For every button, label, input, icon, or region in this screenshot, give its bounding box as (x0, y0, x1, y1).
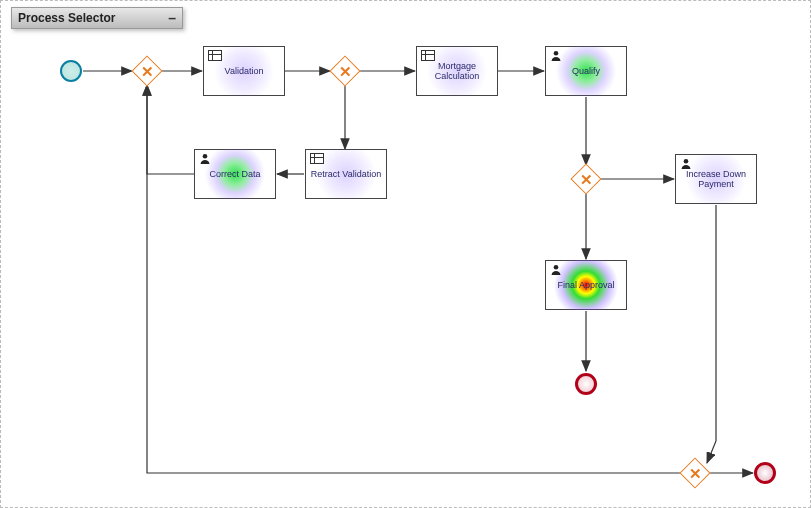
task-label: Mortgage Calculation (417, 61, 497, 82)
user-icon (550, 264, 562, 276)
task-mortgage-calculation[interactable]: Mortgage Calculation (416, 46, 498, 96)
svg-point-3 (554, 265, 559, 270)
collapse-icon[interactable]: – (168, 11, 176, 25)
business-rule-icon (310, 153, 324, 164)
task-retract-validation[interactable]: Retract Validation (305, 149, 387, 199)
gateway-g2[interactable]: ✕ (332, 58, 358, 84)
gateway-g3[interactable]: ✕ (573, 166, 599, 192)
gateway-g4[interactable]: ✕ (682, 460, 708, 486)
svg-point-2 (684, 159, 689, 164)
task-validation[interactable]: Validation (203, 46, 285, 96)
task-label: Increase Down Payment (676, 169, 756, 190)
task-correct-data[interactable]: Correct Data (194, 149, 276, 199)
business-rule-icon (421, 50, 435, 61)
task-increase-down-payment[interactable]: Increase Down Payment (675, 154, 757, 204)
sequence-flows (1, 1, 811, 508)
process-selector-title: Process Selector (18, 11, 115, 25)
task-qualify[interactable]: Qualify (545, 46, 627, 96)
svg-point-0 (554, 51, 559, 56)
start-event[interactable] (60, 60, 82, 82)
task-label: Correct Data (195, 169, 275, 179)
svg-point-1 (203, 154, 208, 159)
task-label: Final Approval (546, 280, 626, 290)
end-event-increase-down-payment[interactable] (754, 462, 776, 484)
task-label: Qualify (546, 66, 626, 76)
task-label: Retract Validation (306, 169, 386, 179)
user-icon (550, 50, 562, 62)
end-event-final-approval[interactable] (575, 373, 597, 395)
diagram-canvas[interactable]: Process Selector – (0, 0, 811, 508)
process-selector-panel[interactable]: Process Selector – (11, 7, 183, 29)
task-label: Validation (204, 66, 284, 76)
gateway-g1[interactable]: ✕ (134, 58, 160, 84)
user-icon (199, 153, 211, 165)
business-rule-icon (208, 50, 222, 61)
task-final-approval[interactable]: Final Approval (545, 260, 627, 310)
